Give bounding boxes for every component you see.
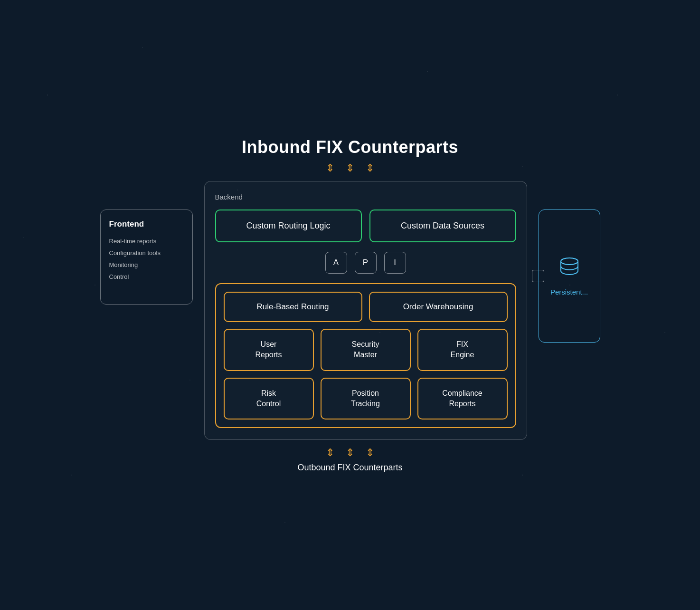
api-badge-i: I (384, 252, 406, 274)
outbound-section: ⇕ ⇕ ⇕ Outbound FIX Counterparts (297, 448, 402, 473)
database-icon (557, 256, 582, 280)
frontend-box: Frontend Real-time reports Configuration… (100, 210, 193, 305)
custom-data-sources-box: Custom Data Sources (369, 210, 516, 242)
green-row: Custom Routing Logic Custom Data Sources (215, 210, 516, 242)
outbound-arrow-3: ⇕ (366, 448, 374, 458)
api-badge-a: A (325, 252, 347, 274)
compliance-reports-box: ComplianceReports (417, 378, 508, 420)
api-badge-p: P (355, 252, 377, 274)
connector-square (532, 270, 544, 282)
inbound-title: Inbound FIX Counterparts (242, 137, 458, 157)
inbound-arrows: ⇕ ⇕ ⇕ (326, 163, 374, 173)
mid-orange-row: UserReports SecurityMaster FIXEngine (224, 329, 508, 371)
orange-section: Rule-Based Routing Order Warehousing Use… (215, 283, 516, 429)
rule-based-routing-box: Rule-Based Routing (224, 292, 362, 322)
persistent-label: Persistent... (550, 288, 588, 296)
custom-routing-logic-box: Custom Routing Logic (215, 210, 362, 242)
persistent-box: Persistent... (539, 210, 600, 343)
position-tracking-box: PositionTracking (321, 378, 411, 420)
outbound-arrow-2: ⇕ (346, 448, 354, 458)
main-diagram: Inbound FIX Counterparts ⇕ ⇕ ⇕ Frontend … (100, 137, 600, 473)
outbound-arrows: ⇕ ⇕ ⇕ (326, 448, 374, 458)
frontend-item-2: Monitoring (109, 261, 184, 268)
inbound-arrow-1: ⇕ (326, 163, 334, 173)
top-orange-row: Rule-Based Routing Order Warehousing (224, 292, 508, 322)
persistent-area: Persistent... (539, 210, 600, 343)
user-reports-box: UserReports (224, 329, 314, 371)
backend-box: Backend Custom Routing Logic Custom Data… (204, 181, 527, 440)
outbound-title: Outbound FIX Counterparts (297, 463, 402, 473)
bottom-orange-row: RiskControl PositionTracking ComplianceR… (224, 378, 508, 420)
content-row: Frontend Real-time reports Configuration… (100, 181, 600, 440)
frontend-item-0: Real-time reports (109, 238, 184, 245)
fix-engine-box: FIXEngine (417, 329, 508, 371)
security-master-box: SecurityMaster (321, 329, 411, 371)
frontend-item-3: Control (109, 273, 184, 280)
frontend-title: Frontend (109, 219, 184, 229)
svg-point-0 (561, 258, 578, 265)
frontend-item-1: Configuration tools (109, 249, 184, 257)
api-row: A P I (215, 252, 516, 274)
backend-label: Backend (215, 193, 516, 201)
order-warehousing-box: Order Warehousing (369, 292, 508, 322)
persistent-wrapper: Persistent... (539, 210, 600, 343)
risk-control-box: RiskControl (224, 378, 314, 420)
inbound-arrow-3: ⇕ (366, 163, 374, 173)
inbound-arrow-2: ⇕ (346, 163, 354, 173)
outbound-arrow-1: ⇕ (326, 448, 334, 458)
